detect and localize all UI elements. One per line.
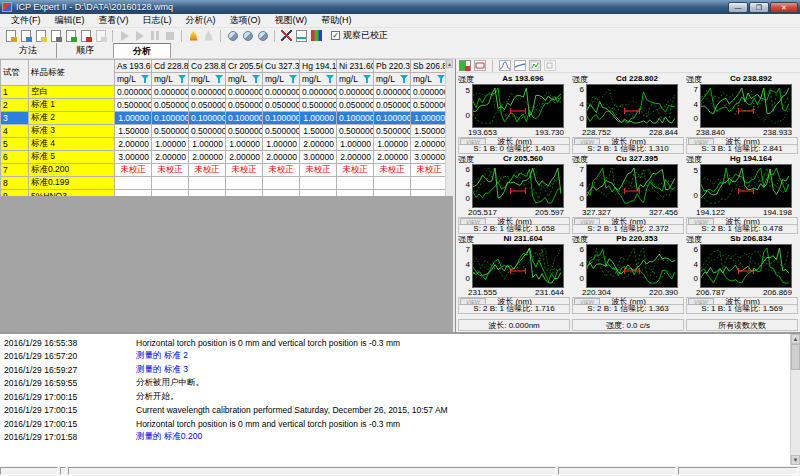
value-cell[interactable]: 1.00000 (374, 138, 411, 151)
value-cell[interactable]: 0.000000 (189, 86, 226, 99)
sample-label-cell[interactable]: 标准 3 (29, 125, 115, 138)
value-cell[interactable]: 未校正 (337, 164, 374, 177)
chart-plot-area[interactable] (472, 164, 564, 208)
sample-label-cell[interactable]: 空白 (29, 86, 115, 99)
column-header-element[interactable]: Hg 194.164 (300, 60, 337, 73)
sample-label-cell[interactable]: 标准 4 (29, 138, 115, 151)
new-from-template-icon[interactable] (34, 29, 47, 42)
tube-number-cell[interactable]: 1 (1, 86, 29, 99)
value-cell[interactable]: 0.000000 (374, 86, 411, 99)
value-cell[interactable]: 1.00000 (411, 112, 446, 125)
value-cell[interactable] (189, 177, 226, 190)
monitor-icon[interactable] (64, 29, 77, 42)
value-cell[interactable]: 3.00000 (300, 151, 337, 164)
menu-item-f[interactable]: 文件(F) (4, 13, 48, 28)
calibration-funnel-icon[interactable] (326, 75, 334, 83)
value-cell[interactable]: 未校正 (189, 164, 226, 177)
calibration-funnel-icon[interactable] (178, 75, 186, 83)
column-header-element[interactable]: Co 238.892 (189, 60, 226, 73)
value-cell[interactable]: 0.500000 (374, 125, 411, 138)
log-entry[interactable]: 2016/1/29 16:57:20测量的 标准 2 (4, 350, 790, 364)
tube-number-cell[interactable]: 3 (1, 112, 29, 125)
plasma-off-icon[interactable] (202, 29, 215, 42)
pump-normal-icon[interactable] (241, 29, 254, 42)
chart-plot-area[interactable] (586, 164, 678, 208)
sample-label-cell[interactable]: 标准 1 (29, 99, 115, 112)
report-icon[interactable] (94, 29, 107, 42)
tab-顺序[interactable]: 顺序 (57, 43, 114, 58)
intensity-view-icon[interactable] (474, 60, 486, 71)
chart-plot-area[interactable] (700, 164, 792, 208)
grid-view-icon[interactable] (459, 60, 471, 71)
value-cell[interactable]: 未校正 (152, 164, 189, 177)
value-cell[interactable]: 未校正 (300, 164, 337, 177)
tube-number-cell[interactable]: 4 (1, 125, 29, 138)
calibrated-view-checkbox[interactable]: ✓观察已校正 (331, 29, 388, 42)
value-cell[interactable]: 0.050000 (152, 99, 189, 112)
value-cell[interactable]: 1.00000 (300, 112, 337, 125)
value-cell[interactable]: 2.00000 (115, 138, 152, 151)
value-cell[interactable]: 2.00000 (152, 151, 189, 164)
value-cell[interactable]: 0.000000 (411, 86, 446, 99)
value-cell[interactable]: 2.00000 (300, 138, 337, 151)
log-entry[interactable]: 2016/1/29 17:00:15分析开始。 (4, 390, 790, 404)
value-cell[interactable]: 0.000000 (115, 86, 152, 99)
log-entry[interactable]: 2016/1/29 17:01:58测量的 标准0.200 (4, 431, 790, 445)
value-cell[interactable]: 1.00000 (337, 138, 374, 151)
log-scroll-down-icon[interactable]: ▼ (791, 455, 800, 465)
spectrum-page-icon[interactable] (295, 29, 308, 42)
value-cell[interactable]: 1.00000 (189, 138, 226, 151)
table-row[interactable]: 2标准 10.5000000.0500000.0500000.0500000.0… (1, 99, 446, 112)
menu-item-o[interactable]: 选项(O) (223, 13, 268, 28)
log-entry[interactable]: 2016/1/29 16:59:55分析被用户中断。 (4, 377, 790, 391)
value-cell[interactable]: 0.100000 (263, 112, 300, 125)
scroll-up-icon[interactable]: ▲ (446, 59, 453, 68)
close-button[interactable]: ✕ (770, 2, 798, 13)
value-cell[interactable]: 1.00000 (263, 138, 300, 151)
value-cell[interactable] (152, 177, 189, 190)
table-scrollbar[interactable]: ▲ (445, 59, 453, 196)
value-cell[interactable] (263, 177, 300, 190)
menu-item-l[interactable]: 日志(L) (136, 13, 179, 28)
pump-fast-icon[interactable] (226, 29, 239, 42)
value-cell[interactable] (411, 177, 446, 190)
zoom-tool-icon[interactable] (544, 60, 556, 71)
run-all-icon[interactable] (133, 29, 146, 42)
calibration-funnel-icon[interactable] (437, 75, 445, 83)
peak-view-icon[interactable] (499, 60, 511, 71)
table-row[interactable]: 3标准 21.000000.1000000.1000000.1000000.10… (1, 112, 446, 125)
baseline-view-icon[interactable] (514, 60, 526, 71)
value-cell[interactable]: 1.00000 (152, 138, 189, 151)
sample-label-cell[interactable]: 标准0.199 (29, 177, 115, 190)
calibration-funnel-icon[interactable] (400, 75, 408, 83)
column-header-element[interactable]: Cd 228.802 (152, 60, 189, 73)
log-entry[interactable]: 2016/1/29 17:00:15Horizontal torch posit… (4, 417, 790, 431)
value-cell[interactable]: 1.50000 (300, 125, 337, 138)
plasma-on-icon[interactable] (187, 29, 200, 42)
column-header-element[interactable]: As 193.696 (115, 60, 152, 73)
chart-plot-area[interactable] (586, 244, 678, 288)
tab-分析[interactable]: 分析 (114, 43, 171, 58)
calibration-funnel-icon[interactable] (215, 75, 223, 83)
value-cell[interactable]: 3.00000 (411, 151, 446, 164)
calibration-funnel-icon[interactable] (289, 75, 297, 83)
minimize-button[interactable]: — (728, 2, 748, 13)
value-cell[interactable]: 0.000000 (337, 86, 374, 99)
table-row[interactable]: 8标准0.199 (1, 177, 446, 190)
menu-item-v[interactable]: 查看(V) (92, 13, 136, 28)
chart-plot-area[interactable] (586, 84, 678, 128)
run-icon[interactable] (118, 29, 131, 42)
menu-item-a[interactable]: 分析(A) (179, 13, 223, 28)
value-cell[interactable]: 0.050000 (263, 99, 300, 112)
pause-icon[interactable] (148, 29, 161, 42)
column-header-element[interactable]: Cr 205.560 (226, 60, 263, 73)
value-cell[interactable]: 0.000000 (263, 86, 300, 99)
value-cell[interactable]: 未校正 (263, 164, 300, 177)
value-cell[interactable]: 0.000000 (300, 86, 337, 99)
chart-plot-area[interactable] (472, 84, 564, 128)
log-scroll-up-icon[interactable]: ▲ (791, 334, 800, 344)
log-scrollbar[interactable]: ▲ ▼ (790, 334, 800, 465)
table-row[interactable]: 5标准 42.000001.000001.000001.000001.00000… (1, 138, 446, 151)
table-row[interactable]: 1空白0.0000000.0000000.0000000.0000000.000… (1, 86, 446, 99)
log-entry[interactable]: 2016/1/29 16:59:27测量的 标准 3 (4, 363, 790, 377)
